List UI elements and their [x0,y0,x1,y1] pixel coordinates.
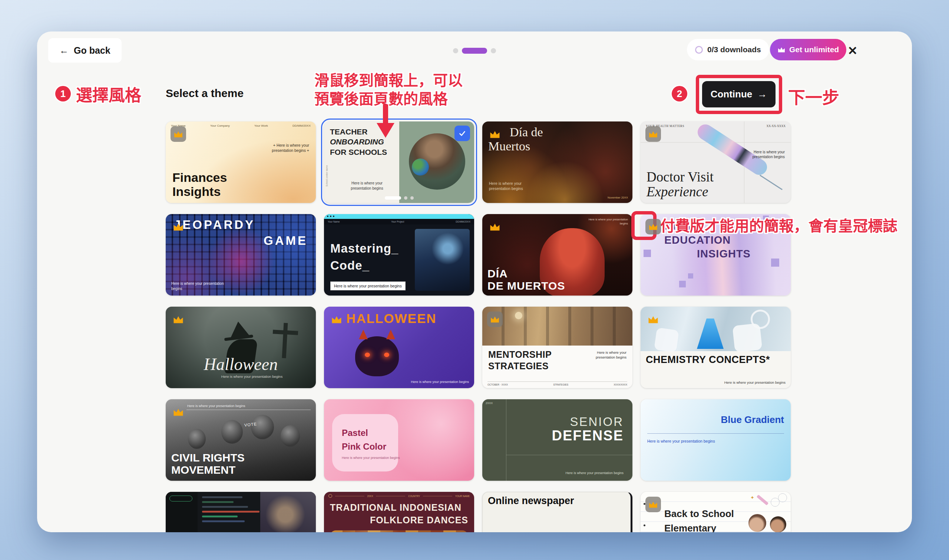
theme-card-back-to-school[interactable]: Back to School Elementary ✦ [640,492,791,532]
theme-card-halloween-devil[interactable]: HALLOWEEN Here is where your presentatio… [324,307,474,388]
circle-doodle [771,498,779,507]
go-back-button[interactable]: ← Go back [48,38,122,63]
annotation-arrow-down [383,105,388,124]
theme-card-senior-defense[interactable]: 2XXX SENIOR DEFENSE Here is where your p… [482,399,633,481]
theme-title: JEOPARDY GAME [174,217,308,249]
theme-card-indonesian-folklore-dances[interactable]: 20XX COUNTRY YOUR NAME TRADITIONAL INDON… [324,492,474,532]
slide-subtitle: Here is where your presentation begins [585,350,626,360]
browser-bar [324,214,474,219]
theme-card-halloween-witch[interactable]: Halloween Here is where your presentatio… [166,307,316,388]
theme-card-dia-de-muertos[interactable]: Día de Muertos Here is where your presen… [482,122,633,203]
theme-title: CIVIL RIGHTS MOVEMENT [171,451,245,476]
theme-title: TRADITIONAL INDONESIAN FOLKLORE DANCES [330,502,468,527]
cross-silhouette [273,330,298,335]
theme-title: Doctor Visit Experience [647,170,714,199]
slide-header-right: XX-XX-XXXX [766,125,785,128]
slide-subtitle: Here is where your presentation begins [565,471,623,475]
slide-subtitle: Here is where your presentation begins [342,455,400,460]
slide-subtitle: Here is where your presentation begins [187,404,245,408]
theme-card-dark-code[interactable] [166,492,316,532]
premium-crown-icon [329,311,344,327]
slide-subtitle: Here is where your presentation begins [171,281,227,291]
carousel-active-pill [385,196,401,200]
page-title: Select a theme [166,87,244,100]
theme-title: HALLOWEEN [346,311,437,326]
crowd-photo [281,425,300,447]
theme-card-doctor-visit[interactable]: YOUR HEALTH MATTERS XX-XX-XXXX Here is w… [640,122,791,203]
slide-date-label: November 20XX [608,196,628,199]
divider [506,399,506,481]
theme-card-dia-de-muertos-photo[interactable]: Here is where your presentation begins D… [482,214,633,295]
progress-indicator [453,48,496,54]
annotation-continue-highlight-box [696,75,782,114]
flask-illustration [697,318,724,349]
crown-icon [778,46,785,53]
code-lines [202,496,259,525]
annotation-step1-number: 1 [55,86,71,102]
get-unlimited-button[interactable]: Get unlimited [770,39,846,60]
theme-title: Pastel Pink Color [342,426,386,453]
carousel-dots [385,196,414,200]
divider [647,433,784,434]
progress-dot [491,48,496,53]
premium-crown-icon [171,219,186,234]
slide-tagline: + Here is where your presentation begins… [260,143,309,153]
crowd-photo [221,420,243,444]
star-doodle: ✦ [750,495,755,500]
annotation-arrow-down-head [377,123,394,138]
get-unlimited-label: Get unlimited [789,45,839,54]
globe-icon [412,158,429,175]
theme-photo [260,492,316,532]
slide-header-row: 20XX COUNTRY YOUR NAME [329,494,470,498]
theme-title: CHEMISTRY CONCEPTS* [646,354,770,366]
theme-card-teacher-onboarding-selected[interactable]: TEACHER ONBOARDING FOR SCHOOLS School ce… [324,122,474,203]
theme-card-blue-gradient[interactable]: Blue Gradient Here is where your present… [640,399,791,481]
theme-photo [415,229,470,291]
pixel-decoration [771,258,779,267]
theme-title: DÍA DE MUERTOS [488,268,565,292]
slide-header-row: Your Name Your Company Your Work DD/MM/2… [171,124,311,128]
annotation-premium-note: 付費版才能用的簡報，會有皇冠標誌 [660,214,898,235]
theme-title: Halloween [166,354,316,374]
downloads-ring-icon [695,46,703,54]
slide-subtitle: Here is where your presentation begins [733,150,785,159]
theme-card-online-newspaper[interactable]: Online newspaper [482,492,633,532]
page: { "header": { "back_arrow": "←", "go_bac… [0,0,949,560]
theme-title: MENTORSHIP STRATEGIES [488,349,552,372]
downloads-label: 0/3 downloads [707,45,761,54]
theme-card-pastel-pink-color[interactable]: Pastel Pink Color Here is where your pre… [324,399,474,481]
slide-subtitle: Here is where your presentation begins [489,181,543,191]
premium-crown-icon [171,404,186,420]
premium-crown-icon [645,497,661,512]
theme-card-jeopardy-game[interactable]: JEOPARDY GAME Here is where your present… [166,214,316,295]
slide-subtitle: Here is where your presentation begins [724,380,785,385]
lamp-decoration [515,312,522,319]
premium-crown-icon [645,311,661,327]
selected-check-icon [454,126,470,141]
pencil-doodle [757,494,769,505]
theme-card-civil-rights-movement[interactable]: Here is where your presentation begins V… [166,399,316,481]
kid-character [748,514,766,532]
cross-silhouette [282,323,288,358]
theme-title: SENIOR DEFENSE [552,415,623,443]
slide-year-label: 2XXX [486,402,493,405]
slide-header-item: DD/MM/20XX [293,124,311,128]
theme-photo [640,307,791,351]
progress-pill-active [462,48,487,54]
back-arrow-icon: ← [59,45,69,56]
slide-subtitle: Here is where your presentation begins [411,380,469,384]
theme-card-chemistry-concepts[interactable]: CHEMISTRY CONCEPTS* Here is where your p… [640,307,791,388]
divider [506,455,633,455]
theme-card-mentorship-strategies[interactable]: MENTORSHIP STRATEGIES Here is where your… [482,307,633,388]
slide-header-item: Your Work [254,124,268,128]
theme-card-finances-insights[interactable]: Your Name Your Company Your Work DD/MM/2… [166,122,316,203]
premium-crown-icon [487,219,503,234]
carousel-dot [404,196,407,200]
annotation-step2-number: 2 [672,86,687,102]
close-icon[interactable]: ✕ [844,43,861,59]
theme-photo [482,307,633,346]
premium-crown-icon [171,126,186,142]
theme-card-mastering-code[interactable]: Your Name Your Project DD/MM/20XX Master… [324,214,474,295]
carousel-dot [410,196,414,200]
premium-crown-icon [487,126,503,142]
